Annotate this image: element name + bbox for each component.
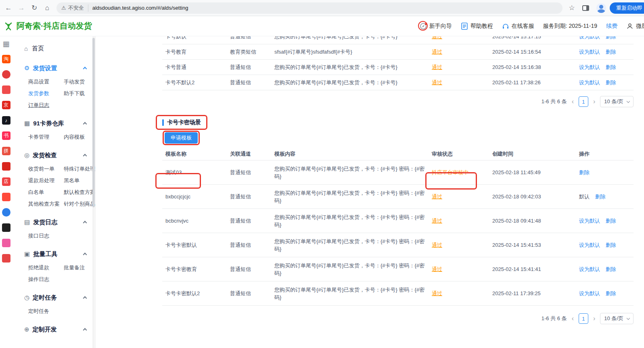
sidebar-item[interactable]: 默认检查方案 bbox=[64, 186, 95, 198]
delete-link[interactable]: 删除 bbox=[606, 79, 616, 85]
sidebar-item[interactable]: 助手下载 bbox=[64, 88, 95, 99]
status-pass[interactable]: 通过 bbox=[432, 266, 442, 272]
taobao-icon[interactable]: 淘 bbox=[2, 55, 10, 63]
template-content: 您购买的订单尾号{#订单尾号}已发货，卡号：{#卡号} 密码：{#密码} bbox=[271, 213, 429, 229]
delete-link[interactable]: 删除 bbox=[579, 169, 590, 175]
sidebar-item[interactable]: 收货前一单 bbox=[28, 163, 64, 175]
platform-red-3-icon[interactable] bbox=[2, 193, 10, 201]
jd-icon[interactable]: 京 bbox=[2, 101, 10, 109]
platform-red-1-icon[interactable] bbox=[2, 85, 10, 94]
side-panel-icon[interactable] bbox=[582, 5, 589, 11]
bookmark-star-icon[interactable]: ☆ bbox=[566, 2, 578, 14]
status-pass[interactable]: 通过 bbox=[432, 36, 442, 40]
delete-link[interactable]: 删除 bbox=[595, 194, 606, 200]
sidebar-section-header-delivery-settings[interactable]: ⚙ 发货设置 bbox=[12, 62, 95, 74]
sidebar-item[interactable]: 批量备注 bbox=[64, 262, 95, 273]
security-chip[interactable]: ⚠ 不安全 bbox=[61, 4, 88, 12]
table-row: 卡号卡密教育 普通短信 您购买的订单尾号{#订单尾号}已发货，卡号：{#卡号} … bbox=[162, 257, 634, 281]
douyin-icon[interactable]: ♪ bbox=[2, 116, 10, 125]
sidebar-item[interactable]: 拒绝退款 bbox=[28, 262, 64, 273]
support-link[interactable]: 在线客服 bbox=[502, 23, 534, 30]
gear-icon: ⚙ bbox=[24, 65, 29, 72]
set-default-link[interactable]: 设为默认 bbox=[579, 242, 600, 248]
forward-icon[interactable]: → bbox=[15, 2, 27, 14]
status-pass[interactable]: 通过 bbox=[432, 49, 442, 55]
home-icon[interactable]: ⌂ bbox=[41, 2, 53, 14]
set-default-link[interactable]: 设为默认 bbox=[579, 266, 600, 272]
delete-link[interactable]: 删除 bbox=[606, 290, 616, 296]
sidebar-item[interactable]: 内容模板 bbox=[64, 131, 95, 143]
set-default-link[interactable]: 设为默认 bbox=[579, 64, 600, 70]
sidebar-item[interactable]: 黑名单 bbox=[64, 175, 95, 186]
sidebar-item-home[interactable]: ⌂ 首页 bbox=[12, 41, 95, 56]
address-bar[interactable]: ⚠ 不安全 aldsdoudian.test.agiso.com/#/alds/… bbox=[56, 2, 562, 14]
sidebar-section-header-delivery-check[interactable]: ◎ 发货检查 bbox=[12, 149, 95, 161]
sidebar-item-order-log[interactable]: 订单日志 bbox=[28, 99, 64, 111]
apply-template-button[interactable]: 申请模板 bbox=[165, 132, 198, 144]
account-link[interactable]: 微星 bbox=[626, 23, 644, 30]
status-pass[interactable]: 通过 bbox=[432, 64, 442, 70]
sidebar-item[interactable]: 操作日志 bbox=[28, 273, 64, 285]
sidebar-item[interactable]: 退款后处理 bbox=[28, 175, 64, 186]
prev-page-icon[interactable]: ‹ bbox=[572, 98, 574, 105]
apps-grid-icon[interactable]: ▦ bbox=[2, 40, 10, 48]
status-pass[interactable]: 通过 bbox=[432, 290, 442, 296]
sidebar-item[interactable]: 商品设置 bbox=[28, 76, 64, 88]
set-default-link[interactable]: 设为默认 bbox=[579, 49, 600, 55]
guide-link[interactable]: 新手向导 bbox=[420, 23, 452, 30]
prev-page-icon[interactable]: ‹ bbox=[572, 315, 574, 322]
sidebar-item[interactable]: 卡券管理 bbox=[28, 131, 64, 143]
set-default-link[interactable]: 设为默认 bbox=[579, 290, 600, 296]
status-pass[interactable]: 通过 bbox=[432, 242, 442, 248]
status-pass[interactable]: 通过 bbox=[432, 194, 442, 200]
delete-link[interactable]: 删除 bbox=[606, 49, 616, 55]
platform-blue-icon[interactable] bbox=[2, 208, 10, 217]
set-default-link[interactable]: 设为默认 bbox=[579, 79, 600, 85]
set-default-link[interactable]: 设为默认 bbox=[579, 36, 600, 40]
sidebar-item[interactable]: 手动发货 bbox=[64, 76, 95, 88]
help-link[interactable]: 帮助教程 bbox=[461, 23, 493, 30]
sidebar-scrollbar[interactable] bbox=[92, 36, 95, 348]
sidebar-item[interactable]: 接口日志 bbox=[28, 230, 64, 242]
weidian-icon[interactable]: 店 bbox=[2, 177, 10, 186]
xiaohongshu-icon[interactable]: 书 bbox=[2, 131, 10, 140]
delete-link[interactable]: 删除 bbox=[606, 64, 616, 70]
refresh-icon[interactable]: ↻ bbox=[28, 2, 40, 14]
platform-red-4-icon[interactable] bbox=[2, 254, 10, 263]
sidebar-section-header-scheduled-tasks[interactable]: ◷ 定时任务 bbox=[12, 292, 95, 304]
profile-avatar-icon[interactable] bbox=[596, 3, 606, 13]
platform-black-icon[interactable] bbox=[2, 223, 10, 232]
status-pass[interactable]: 通过 bbox=[432, 79, 442, 85]
tmall-icon[interactable] bbox=[2, 70, 10, 79]
page-number-button[interactable]: 1 bbox=[579, 96, 588, 107]
delete-link[interactable]: 删除 bbox=[606, 218, 616, 224]
delete-link[interactable]: 删除 bbox=[606, 242, 616, 248]
next-page-icon[interactable]: › bbox=[593, 98, 595, 105]
sidebar-item[interactable]: 特殊订单处理 bbox=[64, 163, 95, 175]
delete-link[interactable]: 删除 bbox=[606, 266, 616, 272]
sidebar-section-header-delivery-log[interactable]: ▤ 发货日志 bbox=[12, 216, 95, 228]
sidebar-item[interactable]: 白名单 bbox=[28, 186, 64, 198]
chrome-restart-button[interactable]: 重新启动即 bbox=[610, 2, 644, 14]
delete-link[interactable]: 删除 bbox=[606, 36, 616, 40]
page-size-select[interactable]: 10 条/页 bbox=[600, 313, 634, 324]
pinduoduo-icon[interactable]: 拼 bbox=[2, 147, 10, 155]
page-size-select[interactable]: 10 条/页 bbox=[600, 96, 634, 107]
status-pass[interactable]: 通过 bbox=[432, 218, 442, 224]
sidebar-item[interactable]: 其他检查方案 bbox=[28, 198, 64, 210]
renew-link[interactable]: 续费 bbox=[606, 23, 617, 30]
next-page-icon[interactable]: › bbox=[593, 315, 595, 322]
platform-pink-icon[interactable] bbox=[2, 239, 10, 247]
sidebar-item-delivery-params[interactable]: 发货参数 bbox=[28, 88, 64, 99]
sidebar-item[interactable]: 针对个别商品 bbox=[64, 198, 95, 210]
back-icon[interactable]: ← bbox=[2, 2, 15, 14]
sidebar-section-header-custom-dev[interactable]: ⊕ 定制开发 bbox=[12, 323, 95, 335]
page-number-button[interactable]: 1 bbox=[579, 313, 588, 324]
sidebar-section-header-batch-tools[interactable]: ▣ 批量工具 bbox=[12, 248, 95, 260]
set-default-link[interactable]: 设为默认 bbox=[579, 218, 600, 224]
channel: 普通短信 bbox=[227, 193, 271, 200]
template-name: 卡号不默认2 bbox=[162, 79, 227, 86]
platform-red-2-icon[interactable] bbox=[2, 162, 10, 171]
sidebar-item[interactable]: 定时任务 bbox=[28, 305, 64, 317]
sidebar-section-header-card-warehouse[interactable]: ▦ 91卡券仓库 bbox=[12, 117, 95, 129]
